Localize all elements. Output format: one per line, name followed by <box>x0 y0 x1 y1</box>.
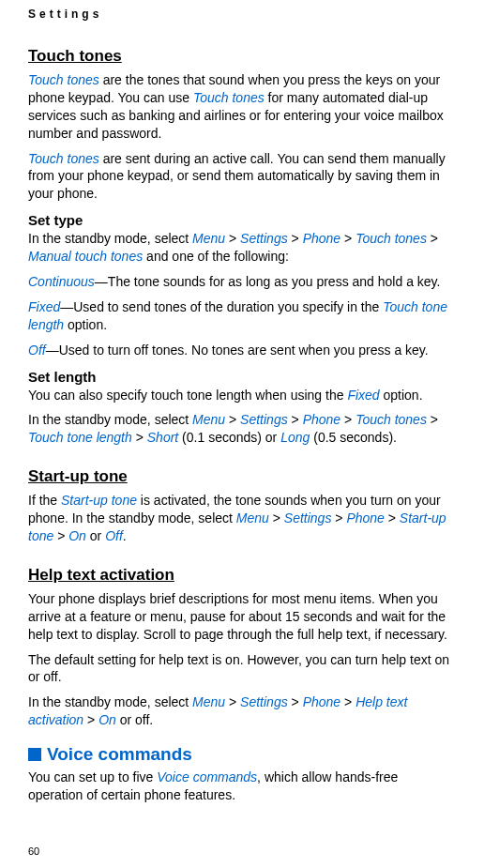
text: > <box>132 430 147 445</box>
text: > <box>225 694 240 709</box>
startup-tone-term: Start-up tone <box>61 493 137 508</box>
text: In the standby mode, select <box>28 694 192 709</box>
startup-tone-heading: Start-up tone <box>28 467 456 486</box>
menu-link: Menu <box>192 231 225 246</box>
help-text-heading: Help text activation <box>28 566 456 585</box>
phone-link: Phone <box>303 694 340 709</box>
blue-square-icon <box>28 748 41 761</box>
off-link: Off <box>105 528 123 543</box>
text: > <box>427 231 438 246</box>
page-number: 60 <box>28 845 39 857</box>
text: > <box>225 231 240 246</box>
touch-tones-term: Touch tones <box>28 72 99 87</box>
touch-tones-sent: Touch tones are sent during an active ca… <box>28 150 456 204</box>
touch-tones-heading: Touch tones <box>28 47 456 66</box>
text: —The tone sounds for as long as you pres… <box>95 274 441 289</box>
text: and one of the following: <box>143 249 289 264</box>
text: You can also specify touch tone length w… <box>28 388 347 403</box>
menu-link: Menu <box>236 510 269 525</box>
touch-tones-link: Touch tones <box>355 231 427 246</box>
menu-link: Menu <box>192 412 225 427</box>
text: You can set up to five <box>28 769 157 784</box>
startup-tone-para: If the Start-up tone is activated, the t… <box>28 492 456 545</box>
continuous-option: Continuous—The tone sounds for as long a… <box>28 273 456 291</box>
text: or <box>86 528 105 543</box>
voice-commands-heading: Voice commands <box>28 744 456 765</box>
phone-link: Phone <box>303 412 340 427</box>
help-text-standby: In the standby mode, select Menu > Setti… <box>28 693 456 729</box>
fixed-term: Fixed <box>28 299 60 314</box>
short-link: Short <box>147 430 178 445</box>
text: In the standby mode, select <box>28 231 192 246</box>
text: > <box>288 694 303 709</box>
text: > <box>288 412 303 427</box>
text: > <box>340 231 355 246</box>
off-term: Off <box>28 343 46 358</box>
touch-tone-length-link: Touch tone length <box>28 430 132 445</box>
text: > <box>225 412 240 427</box>
text: > <box>340 694 355 709</box>
phone-link: Phone <box>303 231 340 246</box>
text: > <box>83 712 98 727</box>
text: In the standby mode, select <box>28 412 192 427</box>
text: > <box>269 510 284 525</box>
help-text-para1: Your phone displays brief descriptions f… <box>28 590 456 644</box>
on-link: On <box>98 712 116 727</box>
text: If the <box>28 493 61 508</box>
page-header-title: Settings <box>28 0 456 47</box>
text: > <box>53 528 68 543</box>
menu-link: Menu <box>192 694 225 709</box>
set-type-intro: In the standby mode, select Menu > Setti… <box>28 230 456 266</box>
text: option. <box>64 317 107 332</box>
text: > <box>331 510 346 525</box>
touch-tones-intro: Touch tones are the tones that sound whe… <box>28 71 456 143</box>
on-link: On <box>68 528 86 543</box>
touch-tones-link: Touch tones <box>355 412 427 427</box>
continuous-term: Continuous <box>28 274 95 289</box>
voice-commands-para: You can set up to five Voice commands, w… <box>28 769 456 804</box>
text: option. <box>380 388 423 403</box>
text: . <box>123 528 127 543</box>
set-length-standby: In the standby mode, select Menu > Setti… <box>28 411 456 447</box>
set-type-heading: Set type <box>28 212 456 228</box>
set-length-heading: Set length <box>28 369 456 385</box>
help-text-para2: The default setting for help text is on.… <box>28 651 456 687</box>
long-link: Long <box>280 430 310 445</box>
text: > <box>340 412 355 427</box>
fixed-option: Fixed—Used to send tones of the duration… <box>28 298 456 334</box>
text: —Used to send tones of the duration you … <box>60 299 383 314</box>
fixed-term: Fixed <box>347 388 379 403</box>
off-option: Off—Used to turn off tones. No tones are… <box>28 342 456 359</box>
text: > <box>427 412 438 427</box>
text: > <box>385 510 400 525</box>
text: (0.5 seconds). <box>310 430 397 445</box>
settings-link: Settings <box>240 694 288 709</box>
text: > <box>288 231 303 246</box>
touch-tones-term: Touch tones <box>28 151 99 166</box>
set-length-intro: You can also specify touch tone length w… <box>28 387 456 404</box>
settings-link: Settings <box>284 510 332 525</box>
text: or off. <box>116 712 153 727</box>
touch-tones-term: Touch tones <box>193 90 265 105</box>
phone-link: Phone <box>346 510 384 525</box>
voice-commands-term: Voice commands <box>157 769 257 784</box>
settings-link: Settings <box>240 231 288 246</box>
text: (0.1 seconds) or <box>178 430 280 445</box>
voice-commands-title: Voice commands <box>47 744 192 765</box>
settings-link: Settings <box>240 412 288 427</box>
manual-touch-tones-link: Manual touch tones <box>28 249 143 264</box>
text: —Used to turn off tones. No tones are se… <box>46 343 429 358</box>
